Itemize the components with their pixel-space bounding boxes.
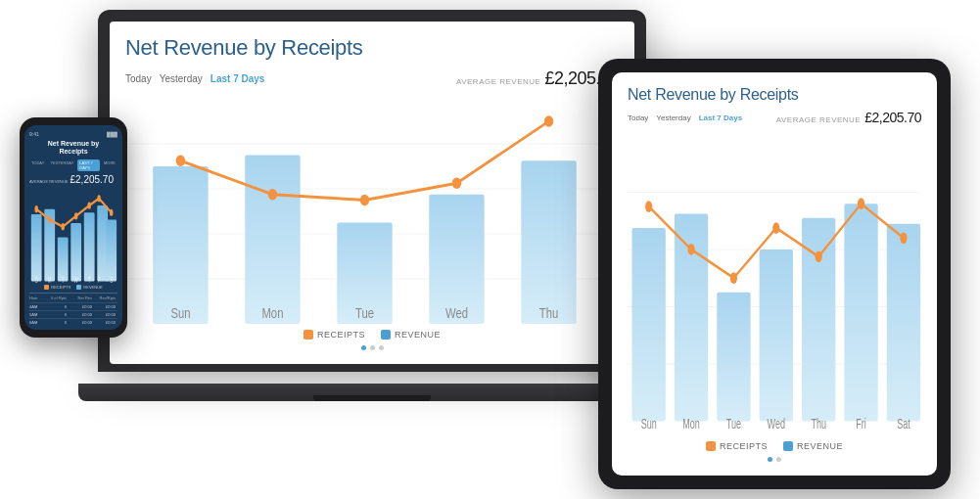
svg-rect-26 — [760, 250, 793, 421]
phone-table: Hour # of Rpts Net Rev Rev/Rpts 4AM 0 £0… — [29, 293, 117, 326]
phone-avg-value: £2,205.70 — [70, 174, 115, 185]
table-row: 5AM 0 £0.00 £0.00 — [29, 310, 117, 318]
phone-tab-last7[interactable]: LAST 7 DAYS — [77, 159, 100, 171]
phone-avg: AVERAGE REVENUE £2,205.70 — [29, 174, 117, 185]
laptop-legend-receipts: RECEIPTS — [303, 330, 365, 340]
laptop: Net Revenue by Receipts Today Yesterday … — [98, 10, 646, 401]
laptop-pagination — [125, 345, 619, 354]
svg-text:Sun: Sun — [641, 415, 657, 431]
svg-text:Thu: Thu — [539, 306, 558, 321]
svg-text:W: W — [74, 276, 78, 285]
svg-point-11 — [360, 195, 369, 206]
tablet-time-tabs: Today Yesterday Last 7 Days — [628, 113, 742, 122]
phone-receipts-dot — [44, 285, 49, 290]
phone-tab-yesterday[interactable]: YESTERDAY — [48, 159, 75, 171]
svg-point-33 — [772, 222, 779, 234]
laptop-tab-today[interactable]: Today — [125, 73, 152, 84]
phone-legend-revenue: REVENUE — [76, 285, 102, 290]
col-avg-header: Rev/Rpts — [94, 295, 116, 300]
col-hour-header: Hour — [29, 295, 47, 300]
svg-point-9 — [176, 156, 185, 167]
laptop-chart-title: Net Revenue by Receipts — [125, 35, 619, 61]
tablet-tab-today[interactable]: Today — [628, 113, 648, 122]
svg-point-32 — [730, 272, 737, 284]
laptop-tab-yesterday[interactable]: Yesterday — [160, 73, 203, 84]
tablet-legend-receipts: RECEIPTS — [706, 441, 768, 451]
svg-text:Mon: Mon — [682, 415, 700, 431]
table-row: 6AM 0 £0.00 £0.50 — [29, 318, 117, 326]
svg-rect-8 — [521, 160, 576, 324]
svg-point-52 — [48, 216, 52, 223]
tablet-page-dot-1[interactable] — [768, 457, 772, 462]
svg-text:Sun: Sun — [170, 306, 190, 321]
svg-text:Sat: Sat — [897, 415, 910, 431]
svg-text:F: F — [98, 276, 101, 285]
svg-text:T: T — [88, 276, 91, 285]
phone-revenue-dot — [76, 285, 81, 290]
tablet-avg-value: £2,205.70 — [864, 110, 921, 125]
tablet-page-dot-2[interactable] — [776, 457, 781, 462]
svg-rect-25 — [717, 293, 750, 422]
tablet-body: Net Revenue by Receipts Today Yesterday … — [598, 59, 951, 489]
phone-battery: ▓▓▓ — [107, 131, 117, 137]
tablet-controls: Today Yesterday Last 7 Days AVERAGE REVE… — [628, 110, 921, 125]
svg-point-30 — [645, 201, 652, 212]
svg-text:Tue: Tue — [355, 306, 374, 321]
table-row: 4AM 0 £0.00 £0.00 — [29, 302, 117, 310]
phone-tab-today[interactable]: TODAY — [29, 159, 46, 171]
svg-text:Wed: Wed — [445, 306, 468, 321]
row2-hour: 5AM — [29, 312, 47, 317]
svg-text:S: S — [35, 276, 38, 285]
page-dot-2[interactable] — [370, 345, 375, 350]
revenue-label: REVENUE — [395, 330, 441, 340]
tablet-pagination — [628, 457, 921, 466]
tablet-revenue-label: REVENUE — [797, 441, 843, 451]
laptop-tab-last7[interactable]: Last 7 Days — [210, 73, 265, 84]
svg-point-53 — [61, 223, 65, 230]
svg-rect-47 — [70, 223, 81, 282]
svg-rect-5 — [245, 156, 300, 325]
tablet-chart-svg: Sun Mon Tue Wed Thu Fri Sat — [628, 135, 921, 435]
tablet-tab-yesterday[interactable]: Yesterday — [656, 113, 690, 122]
page-dot-1[interactable] — [361, 345, 366, 350]
phone-table-header: Hour # of Rpts Net Rev Rev/Rpts — [29, 294, 117, 302]
tablet-avg-label: AVERAGE REVENUE — [776, 115, 861, 124]
svg-point-51 — [34, 205, 38, 212]
phone-receipts-label: RECEIPTS — [51, 285, 70, 290]
svg-text:Thu: Thu — [811, 415, 826, 431]
row3-rpts: 0 — [49, 320, 67, 325]
row2-rpts: 0 — [49, 312, 67, 317]
svg-point-55 — [87, 202, 91, 208]
phone-title: Net Revenue byReceipts — [29, 140, 117, 157]
svg-text:T: T — [62, 276, 65, 285]
phone-tab-more[interactable]: MORE — [102, 159, 117, 171]
tablet-legend-revenue: REVENUE — [783, 441, 843, 451]
svg-rect-44 — [31, 214, 42, 282]
phone-avg-label: AVERAGE REVENUE — [29, 179, 69, 184]
col-rpts-header: # of Rpts — [49, 295, 67, 300]
svg-text:Mon: Mon — [261, 306, 283, 321]
row3-hour: 6AM — [29, 320, 47, 325]
row2-rev: £0.00 — [69, 312, 92, 317]
svg-point-56 — [97, 195, 101, 202]
page-dot-3[interactable] — [379, 345, 384, 350]
phone: 9:41 ▓▓▓ Net Revenue byReceipts TODAY YE… — [20, 117, 127, 338]
tablet-tab-last7[interactable]: Last 7 Days — [699, 113, 742, 122]
svg-rect-4 — [153, 166, 208, 324]
phone-chart-svg: S M T W T F S — [29, 188, 117, 285]
laptop-chart-area: Sun Mon Tue Wed Thu — [125, 99, 619, 324]
row2-avg: £0.00 — [94, 312, 116, 317]
laptop-chart-svg: Sun Mon Tue Wed Thu — [125, 99, 619, 324]
tablet-screen: Net Revenue by Receipts Today Yesterday … — [612, 72, 937, 476]
svg-point-57 — [110, 208, 114, 215]
svg-point-36 — [900, 232, 907, 244]
phone-notch — [59, 117, 88, 123]
receipts-label: RECEIPTS — [317, 330, 365, 340]
row1-hour: 4AM — [29, 304, 47, 309]
tablet-revenue-dot — [783, 441, 793, 451]
svg-text:M: M — [48, 276, 52, 285]
tablet-receipts-label: RECEIPTS — [720, 441, 768, 451]
tablet-receipts-dot — [706, 441, 716, 451]
svg-point-31 — [687, 244, 694, 255]
tablet-chart-area: Sun Mon Tue Wed Thu Fri Sat — [628, 135, 921, 435]
